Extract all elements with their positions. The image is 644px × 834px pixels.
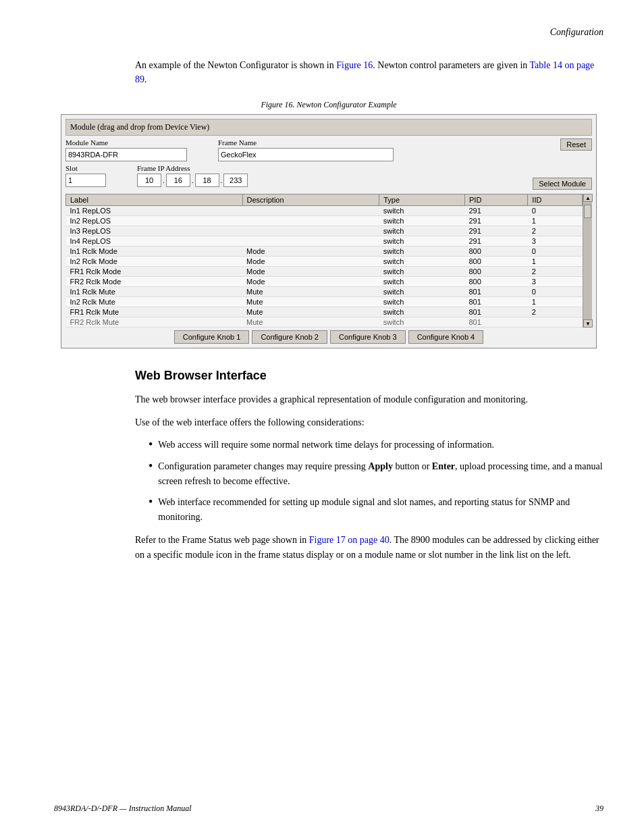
footer: 8943RDA/-D/-DFR — Instruction Manual 39 — [0, 804, 644, 814]
configure-knob4-button[interactable]: Configure Knob 4 — [408, 330, 484, 344]
bullet-text-1: Web access will require some normal netw… — [158, 438, 603, 452]
slot-input[interactable] — [65, 174, 106, 187]
enter-bold: Enter — [432, 461, 455, 471]
cell-description: Mute — [242, 287, 379, 297]
frame-ip-label: Frame IP Address — [137, 164, 248, 172]
cell-iid: 1 — [528, 216, 583, 226]
cell-pid: 291 — [464, 236, 527, 246]
ip-octet3-input[interactable] — [195, 174, 219, 187]
table-row: FR1 Rclk MuteMuteswitch8012 — [66, 307, 583, 317]
web-browser-para3: Refer to the Frame Status web page shown… — [135, 533, 603, 562]
footer-right: 39 — [595, 804, 603, 814]
param-table-wrapper: Label Description Type PID IID In1 RepLO… — [65, 194, 592, 328]
configure-buttons: Configure Knob 1 Configure Knob 2 Config… — [65, 330, 592, 344]
bullet-item-1: • Web access will require some normal ne… — [149, 438, 603, 452]
cell-type: switch — [379, 307, 465, 317]
table-row: In2 Rclk ModeModeswitch8001 — [66, 257, 583, 267]
cell-description: Mute — [242, 297, 379, 307]
configure-knob2-button[interactable]: Configure Knob 2 — [252, 330, 327, 344]
scroll-track — [583, 202, 592, 319]
cell-partial: switch — [379, 317, 465, 328]
cell-iid: 0 — [528, 287, 583, 297]
col-type: Type — [379, 194, 465, 206]
ip-octet1-input[interactable] — [137, 174, 161, 187]
frame-name-input[interactable] — [218, 148, 394, 161]
configure-knob1-button[interactable]: Configure Knob 1 — [174, 330, 250, 344]
cell-type: switch — [379, 267, 465, 277]
cell-description: Mode — [242, 246, 379, 257]
web-browser-para1: The web browser interface provides a gra… — [135, 392, 603, 407]
cell-label: FR1 Rclk Mode — [66, 267, 243, 277]
cell-label: FR1 Rclk Mute — [66, 307, 243, 317]
reset-button[interactable]: Reset — [560, 138, 592, 151]
module-name-group: Module Name — [65, 138, 187, 161]
table-row: In1 Rclk MuteMuteswitch8010 — [66, 287, 583, 297]
module-name-label: Module Name — [65, 138, 187, 147]
col-pid: PID — [464, 194, 527, 206]
figure16-link[interactable]: Figure 16 — [336, 60, 373, 70]
cell-pid: 800 — [464, 246, 527, 257]
cell-pid: 800 — [464, 277, 527, 287]
select-module-button[interactable]: Select Module — [533, 178, 592, 190]
table-row: In2 Rclk MuteMuteswitch8011 — [66, 297, 583, 307]
cell-label: In1 Rclk Mute — [66, 287, 243, 297]
cell-label: FR2 Rclk Mode — [66, 277, 243, 287]
cell-description: Mode — [242, 267, 379, 277]
cell-iid: 2 — [528, 267, 583, 277]
web-browser-para2: Use of the web interface offers the foll… — [135, 415, 603, 430]
ip-octet2-input[interactable] — [166, 174, 190, 187]
cell-pid: 801 — [464, 307, 527, 317]
cell-label: In2 RepLOS — [66, 216, 243, 226]
cell-label: In1 RepLOS — [66, 206, 243, 216]
col-label: Label — [66, 194, 243, 206]
bullet-dot-2: • — [149, 459, 153, 474]
col-description: Description — [242, 194, 379, 206]
table-scrollbar[interactable]: ▲ ▼ — [583, 194, 592, 328]
cell-type: switch — [379, 206, 465, 216]
scroll-down-arrow[interactable]: ▼ — [583, 319, 593, 328]
cell-type: switch — [379, 246, 465, 257]
bullet-dot-1: • — [149, 438, 153, 452]
left-controls: Module Name Frame Name Slot — [65, 138, 526, 190]
top-controls: Module Name Frame Name Slot — [65, 138, 592, 190]
table-row: In1 RepLOSswitch2910 — [66, 206, 583, 216]
cell-label: In3 RepLOS — [66, 226, 243, 236]
section-header: Configuration — [54, 27, 603, 38]
page: Configuration An example of the Newton C… — [0, 0, 644, 834]
scroll-thumb — [584, 205, 591, 218]
intro-paragraph: An example of the Newton Configurator is… — [135, 58, 603, 86]
module-group-label: Module (drag and drop from Device View) — [65, 119, 592, 136]
cell-description — [242, 226, 379, 236]
module-name-input[interactable] — [65, 148, 187, 161]
configure-knob3-button[interactable]: Configure Knob 3 — [330, 330, 406, 344]
slot-label: Slot — [65, 164, 106, 172]
cell-type: switch — [379, 236, 465, 246]
newton-configurator: Module (drag and drop from Device View) … — [61, 114, 597, 348]
cell-pid: 801 — [464, 287, 527, 297]
table-row: FR2 Rclk ModeModeswitch8003 — [66, 277, 583, 287]
cell-description: Mode — [242, 257, 379, 267]
names-row: Module Name Frame Name — [65, 138, 526, 161]
table-row: In3 RepLOSswitch2912 — [66, 226, 583, 236]
frame-ip-group: Frame IP Address . . . — [137, 164, 248, 187]
scroll-up-arrow[interactable]: ▲ — [583, 194, 593, 202]
figure-caption: Figure 16. Newton Configurator Example — [54, 100, 603, 110]
right-controls: Reset Select Module — [526, 138, 592, 190]
cell-iid: 2 — [528, 226, 583, 236]
ip-dot2: . — [192, 176, 194, 184]
cell-description — [242, 216, 379, 226]
table-row: FR1 Rclk ModeModeswitch8002 — [66, 267, 583, 277]
bullet-item-2: • Configuration parameter changes may re… — [149, 459, 603, 488]
slot-group: Slot — [65, 164, 106, 187]
cell-pid: 800 — [464, 267, 527, 277]
frame-name-label: Frame Name — [218, 138, 394, 147]
cell-iid: 3 — [528, 277, 583, 287]
figure17-link[interactable]: Figure 17 on page 40 — [309, 535, 390, 545]
ip-dot3: . — [221, 176, 223, 184]
intro-text2: . Newton control parameters are given in — [373, 60, 529, 70]
cell-partial — [528, 317, 583, 328]
ip-octet4-input[interactable] — [223, 174, 248, 187]
cell-type: switch — [379, 287, 465, 297]
param-table: Label Description Type PID IID In1 RepLO… — [65, 194, 583, 328]
table-row-partial: FR2 Rclk MuteMuteswitch801 — [66, 317, 583, 328]
